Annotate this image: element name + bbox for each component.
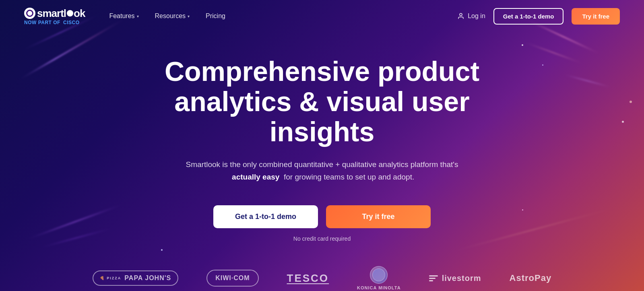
nav-features-label: Features <box>109 12 134 20</box>
resources-chevron-icon: ▾ <box>188 14 190 19</box>
logo-area[interactable]: smartlok now part of CISCO <box>24 7 85 25</box>
no-credit-text: No credit card required <box>293 235 351 242</box>
nav-resources-link[interactable]: Resources ▾ <box>155 12 190 20</box>
livestorm-bar-2 <box>429 278 436 279</box>
login-link[interactable]: Log in <box>457 12 485 20</box>
livestorm-icon <box>429 275 438 281</box>
hero-title: Comprehensive product analytics & visual… <box>141 56 503 147</box>
logo-subtitle-text: now part of <box>24 20 60 25</box>
kiwi-name: KIWI·COM <box>215 274 250 282</box>
logo-icon <box>24 8 35 19</box>
konica-inner <box>372 268 385 281</box>
tesco-name: TESCO <box>287 272 329 285</box>
logo-text: smartlok <box>37 7 85 20</box>
logo-tesco: TESCO <box>287 272 329 285</box>
logo-subtitle: now part of CISCO <box>24 20 80 25</box>
pizza-label: 🍕 PIZZA <box>100 276 122 280</box>
logo-konica: KONICA MINOLTA <box>357 266 401 290</box>
logo-livestorm: livestorm <box>429 274 481 283</box>
livestorm-bar-1 <box>429 275 438 277</box>
logo-cisco-text: CISCO <box>63 20 80 25</box>
nav-pricing-label: Pricing <box>206 12 225 20</box>
livestorm-name: livestorm <box>442 274 481 283</box>
demo-button-hero[interactable]: Get a 1-to-1 demo <box>213 205 318 228</box>
features-chevron-icon: ▾ <box>137 14 139 19</box>
konica-circle <box>370 266 388 284</box>
svg-point-0 <box>460 13 462 16</box>
nav-features-link[interactable]: Features ▾ <box>109 12 138 20</box>
hero-title-line1: Comprehensive product <box>165 56 479 87</box>
logos-section: 🍕 PIZZA PAPA JOHN'S KIWI·COM TESCO KONIC… <box>0 266 644 290</box>
nav-left: smartlok now part of CISCO Features ▾ Re… <box>24 7 225 25</box>
hero-buttons: Get a 1-to-1 demo Try it free <box>213 205 431 228</box>
hero-title-line2: analytics & visual user insights <box>174 86 469 147</box>
nav-pricing-link[interactable]: Pricing <box>206 12 225 20</box>
hero-section: Comprehensive product analytics & visual… <box>0 32 644 266</box>
hero-subtitle-bold: actually easy <box>232 173 279 181</box>
papajohns-name: PAPA JOHN'S <box>124 274 171 282</box>
try-free-button-hero[interactable]: Try it free <box>326 205 431 228</box>
logo-astropay: AstroPay <box>510 273 552 283</box>
konica-name: KONICA MINOLTA <box>357 285 401 290</box>
hero-subtitle: Smartlook is the only combined quantitat… <box>185 159 459 183</box>
demo-button-nav[interactable]: Get a 1-to-1 demo <box>493 8 564 25</box>
logo-papajohns: 🍕 PIZZA PAPA JOHN'S <box>93 270 178 286</box>
page-wrapper: smartlok now part of CISCO Features ▾ Re… <box>0 0 644 291</box>
navbar: smartlok now part of CISCO Features ▾ Re… <box>0 0 644 32</box>
hero-subtitle-plain2: for growing teams to set up and adopt. <box>284 173 414 181</box>
livestorm-bar-3 <box>429 280 433 281</box>
hero-subtitle-plain1: Smartlook is the only combined quantitat… <box>186 160 458 169</box>
try-free-button-nav[interactable]: Try it free <box>572 8 620 25</box>
astropay-name: AstroPay <box>510 273 552 283</box>
logo-kiwi: KIWI·COM <box>206 270 258 287</box>
nav-right: Log in Get a 1-to-1 demo Try it free <box>457 8 620 25</box>
logo-brand-row: smartlok <box>24 7 85 20</box>
nav-links: Features ▾ Resources ▾ Pricing <box>109 12 225 20</box>
user-icon <box>457 12 464 20</box>
nav-resources-label: Resources <box>155 12 186 20</box>
login-label: Log in <box>468 12 485 20</box>
